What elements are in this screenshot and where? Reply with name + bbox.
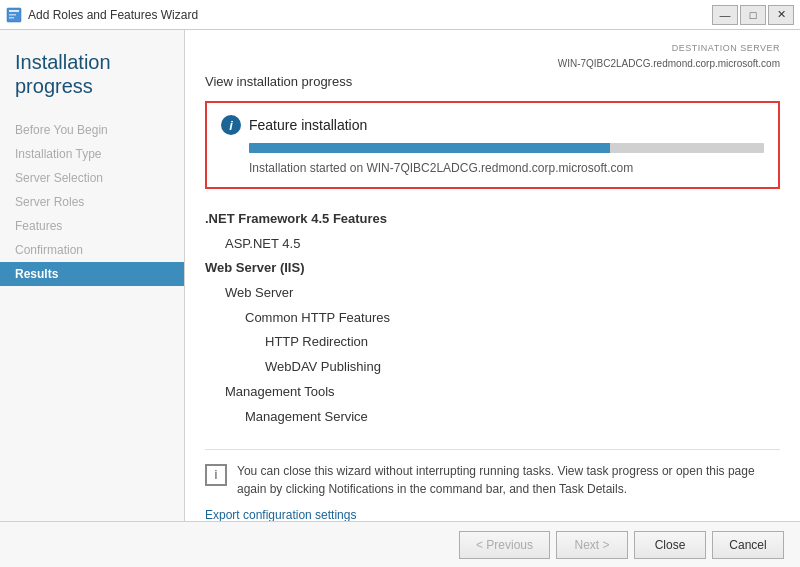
main-container: Installation progress Before You Begin I… [0,30,800,521]
maximize-button[interactable]: □ [740,5,766,25]
title-bar-left: Add Roles and Features Wizard [6,7,198,23]
list-item: Management Tools [225,380,780,405]
list-item: HTTP Redirection [265,330,780,355]
section-title: View installation progress [205,74,780,89]
sidebar-item-features: Features [0,214,184,238]
title-bar-controls: — □ ✕ [712,5,794,25]
previous-button[interactable]: < Previous [459,531,550,559]
install-status: Installation started on WIN-7QIBC2LADCG.… [249,161,764,175]
list-item: .NET Framework 4.5 Features [205,207,780,232]
sidebar-title: Installation progress [15,50,169,98]
next-button[interactable]: Next > [556,531,628,559]
feature-header: i Feature installation [221,115,764,135]
feature-installation-box: i Feature installation Installation star… [205,101,780,189]
sidebar-nav: Before You Begin Installation Type Serve… [0,118,184,286]
list-item: Web Server [225,281,780,306]
svg-rect-2 [9,14,16,16]
wizard-icon [6,7,22,23]
note-text: You can close this wizard without interr… [237,462,780,498]
dest-server-label: DESTINATION SERVER [558,42,780,56]
sidebar: Installation progress Before You Begin I… [0,30,185,521]
sidebar-item-before-you-begin: Before You Begin [0,118,184,142]
list-item: ASP.NET 4.5 [225,232,780,257]
sidebar-item-confirmation: Confirmation [0,238,184,262]
list-item: Web Server (IIS) [205,256,780,281]
sidebar-item-server-roles: Server Roles [0,190,184,214]
svg-rect-3 [9,17,14,19]
list-item: WebDAV Publishing [265,355,780,380]
close-button[interactable]: Close [634,531,706,559]
content-area: DESTINATION SERVER WIN-7QIBC2LADCG.redmo… [185,30,800,521]
feature-title: Feature installation [249,117,367,133]
export-link[interactable]: Export configuration settings [205,508,356,521]
cancel-button[interactable]: Cancel [712,531,784,559]
info-icon: i [221,115,241,135]
destination-server-info: DESTINATION SERVER WIN-7QIBC2LADCG.redmo… [558,42,780,71]
dest-server-name: WIN-7QIBC2LADCG.redmond.corp.microsoft.c… [558,56,780,71]
progress-bar-fill [249,143,610,153]
title-bar-title: Add Roles and Features Wizard [28,8,198,22]
list-item: Management Service [245,405,780,430]
sidebar-item-server-selection: Server Selection [0,166,184,190]
svg-rect-1 [9,10,19,12]
progress-bar-container [249,143,764,153]
bottom-bar: < Previous Next > Close Cancel [0,521,800,567]
list-item: Common HTTP Features [245,306,780,331]
info-note: i You can close this wizard without inte… [205,449,780,498]
features-list: .NET Framework 4.5 Features ASP.NET 4.5 … [205,203,780,433]
title-bar: Add Roles and Features Wizard — □ ✕ [0,0,800,30]
sidebar-item-installation-type: Installation Type [0,142,184,166]
note-icon: i [205,464,227,486]
titlebar-close-button[interactable]: ✕ [768,5,794,25]
sidebar-header: Installation progress [0,30,184,108]
sidebar-item-results[interactable]: Results [0,262,184,286]
minimize-button[interactable]: — [712,5,738,25]
